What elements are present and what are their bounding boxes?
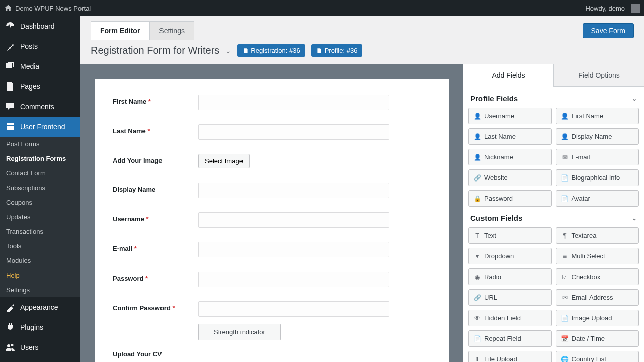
submenu-item-settings[interactable]: Settings xyxy=(0,283,80,297)
submenu-item-tools[interactable]: Tools xyxy=(0,239,80,253)
field-label: Display Name xyxy=(113,183,198,193)
plugin-icon xyxy=(5,322,15,332)
field-btn-hidden-field[interactable]: 👁Hidden Field xyxy=(468,310,552,326)
field-btn-textarea[interactable]: ¶Textarea xyxy=(556,227,639,244)
profile-pill[interactable]: Profile: #36 xyxy=(311,44,363,57)
form-field-username[interactable]: Username * xyxy=(113,212,431,228)
submenu-item-registration-forms[interactable]: Registration Forms xyxy=(0,151,80,166)
list-icon: ≡ xyxy=(561,253,569,260)
form-field-display-name[interactable]: Display Name xyxy=(113,183,431,198)
sidebar-item-pages[interactable]: Pages xyxy=(0,76,80,97)
sidebar-item-appearance[interactable]: Appearance xyxy=(0,297,80,317)
field-btn-website[interactable]: 🔗Website xyxy=(468,169,552,186)
field-btn-biographical-info[interactable]: 📄Biographical Info xyxy=(556,169,639,186)
field-btn-url[interactable]: 🔗URL xyxy=(468,289,552,306)
first-name-input[interactable] xyxy=(198,95,389,110)
tab-settings[interactable]: Settings xyxy=(149,21,194,40)
form-canvas[interactable]: First Name *Last Name *Add Your ImageSel… xyxy=(80,64,463,362)
avatar[interactable] xyxy=(631,4,640,13)
sidebar-item-comments[interactable]: Comments xyxy=(0,97,80,117)
sidebar-item-user-frontend[interactable]: User Frontend xyxy=(0,117,80,137)
e-mail-input[interactable] xyxy=(198,242,389,257)
sidebar-item-media[interactable]: Media xyxy=(0,56,80,76)
display-name-input[interactable] xyxy=(198,183,389,198)
last-name-input[interactable] xyxy=(198,124,389,140)
form-field-last-name[interactable]: Last Name * xyxy=(113,124,431,140)
field-btn-display-name[interactable]: 👤Display Name xyxy=(556,128,639,145)
field-btn-file-upload[interactable]: ⬆File Upload xyxy=(468,351,552,362)
site-title[interactable]: Demo WPUF News Portal xyxy=(15,5,91,12)
user-icon: 👤 xyxy=(561,133,569,140)
username-input[interactable] xyxy=(198,212,389,228)
para-icon: ¶ xyxy=(561,232,569,239)
field-btn-repeat-field[interactable]: 📄Repeat Field xyxy=(468,330,552,347)
appearance-icon xyxy=(5,302,15,312)
greeting[interactable]: Howdy, demo xyxy=(585,5,625,12)
chevron-down-icon: ⌄ xyxy=(632,95,637,102)
caret-icon: ▾ xyxy=(474,253,481,260)
field-btn-password[interactable]: 🔒Password xyxy=(468,190,552,207)
field-btn-username[interactable]: 👤Username xyxy=(468,108,552,124)
sidebar-item-tools[interactable]: Tools xyxy=(0,357,80,362)
svg-point-0 xyxy=(7,344,10,347)
field-btn-first-name[interactable]: 👤First Name xyxy=(556,108,639,124)
sidebar-item-posts[interactable]: Posts xyxy=(0,36,80,56)
users-icon xyxy=(5,342,15,352)
main-content: Form Editor Settings Save Form Registrat… xyxy=(80,16,644,362)
home-icon xyxy=(4,4,12,12)
field-btn-multi-select[interactable]: ≡Multi Select xyxy=(556,248,639,264)
submenu-item-transactions[interactable]: Transactions xyxy=(0,224,80,239)
field-btn-checkbox[interactable]: ☑Checkbox xyxy=(556,268,639,285)
sidebar-item-users[interactable]: Users xyxy=(0,337,80,357)
form-field-add-your-image[interactable]: Add Your ImageSelect Image xyxy=(113,154,431,168)
registration-pill[interactable]: Registration: #36 xyxy=(237,44,305,57)
form-field-e-mail[interactable]: E-mail * xyxy=(113,242,431,257)
submenu-item-contact-form[interactable]: Contact Form xyxy=(0,166,80,180)
field-btn-e-mail[interactable]: ✉E-mail xyxy=(556,149,639,165)
form-field-first-name[interactable]: First Name * xyxy=(113,95,431,110)
submenu-item-modules[interactable]: Modules xyxy=(0,253,80,268)
confirm-password-input[interactable] xyxy=(198,301,389,317)
field-btn-email-address[interactable]: ✉Email Address xyxy=(556,289,639,306)
section-header-profile-fields[interactable]: Profile Fields⌄ xyxy=(468,87,639,108)
tab-form-editor[interactable]: Form Editor xyxy=(91,21,149,40)
field-btn-dropdown[interactable]: ▾Dropdown xyxy=(468,248,552,264)
mail-icon: ✉ xyxy=(561,154,569,161)
select-image-button[interactable]: Select Image xyxy=(198,154,250,168)
chevron-down-icon: ⌄ xyxy=(632,215,637,222)
form-field-upload-your-cv[interactable]: Upload Your CV xyxy=(113,347,431,358)
field-label: First Name * xyxy=(113,95,198,105)
field-label: Last Name * xyxy=(113,124,198,135)
field-btn-date-time[interactable]: 📅Date / Time xyxy=(556,330,639,347)
submenu-item-updates[interactable]: Updates xyxy=(0,210,80,224)
form-tabs: Form Editor Settings xyxy=(91,21,194,40)
form-field-confirm-password[interactable]: Confirm Password *Strength indicator xyxy=(113,301,431,340)
chevron-down-icon[interactable]: ⌄ xyxy=(225,47,231,55)
submenu-item-coupons[interactable]: Coupons xyxy=(0,195,80,210)
lock-icon: 🔒 xyxy=(474,195,481,202)
save-form-button[interactable]: Save Form xyxy=(583,23,634,38)
page-icon xyxy=(5,81,15,92)
field-btn-country-list[interactable]: 🌐Country List xyxy=(556,351,639,362)
tab-add-fields[interactable]: Add Fields xyxy=(463,64,553,87)
password-input[interactable] xyxy=(198,272,389,287)
field-btn-image-upload[interactable]: 📄Image Upload xyxy=(556,310,639,326)
doc-icon: 📄 xyxy=(561,174,569,182)
link-icon: 🔗 xyxy=(474,294,481,301)
section-header-custom-fields[interactable]: Custom Fields⌄ xyxy=(468,207,639,227)
field-btn-avatar[interactable]: 📄Avatar xyxy=(556,190,639,207)
sidebar-item-plugins[interactable]: Plugins xyxy=(0,317,80,337)
submenu-item-post-forms[interactable]: Post Forms xyxy=(0,137,80,151)
comment-icon xyxy=(5,102,15,112)
fields-panel: Add Fields Field Options Profile Fields⌄… xyxy=(463,64,644,362)
tab-field-options[interactable]: Field Options xyxy=(553,64,644,87)
submenu-item-subscriptions[interactable]: Subscriptions xyxy=(0,180,80,195)
field-btn-radio[interactable]: ◉Radio xyxy=(468,268,552,285)
field-btn-text[interactable]: TText xyxy=(468,227,552,244)
field-btn-last-name[interactable]: 👤Last Name xyxy=(468,128,552,145)
dashboard-icon xyxy=(5,21,15,31)
field-btn-nickname[interactable]: 👤Nickname xyxy=(468,149,552,165)
form-field-password[interactable]: Password * xyxy=(113,272,431,287)
sidebar-item-dashboard[interactable]: Dashboard xyxy=(0,16,80,36)
submenu-item-help[interactable]: Help xyxy=(0,268,80,283)
